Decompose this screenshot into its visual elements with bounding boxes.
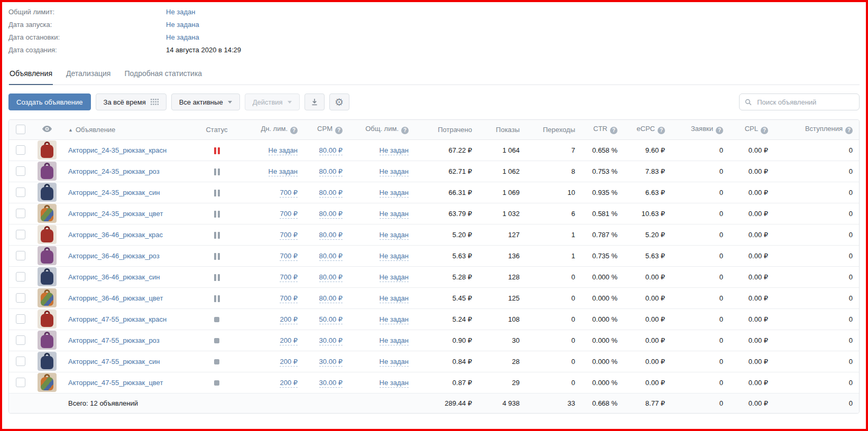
ad-name-link[interactable]: Акторрис_47-55_рюкзак_цвет xyxy=(68,379,163,387)
day-limit-value[interactable]: Не задан xyxy=(269,167,298,176)
period-filter-button[interactable]: За всё время xyxy=(96,93,167,110)
ad-name-link[interactable]: Акторрис_24-35_рюкзак_красн xyxy=(68,146,167,154)
total-limit-value[interactable]: Не задан xyxy=(380,315,409,324)
cpm-value[interactable]: 80.00 ₽ xyxy=(319,252,343,261)
help-icon[interactable]: ? xyxy=(761,127,768,134)
day-limit-value[interactable]: 700 ₽ xyxy=(280,189,298,198)
total-limit-value[interactable]: Не задан xyxy=(380,231,409,240)
total-limit-value[interactable]: Не задан xyxy=(380,167,409,176)
day-limit-value[interactable]: 700 ₽ xyxy=(280,273,298,282)
ad-name-link[interactable]: Акторрис_47-55_рюкзак_красн xyxy=(68,315,167,323)
cpm-value[interactable]: 80.00 ₽ xyxy=(319,189,343,198)
day-limit-value[interactable]: 700 ₽ xyxy=(280,210,298,219)
total-limit-value[interactable]: Не задан xyxy=(380,189,409,198)
ad-name-link[interactable]: Акторрис_24-35_рюкзак_роз xyxy=(68,167,160,175)
ad-name-link[interactable]: Акторрис_36-46_рюкзак_син xyxy=(68,273,160,281)
total-limit-value[interactable]: Не задан xyxy=(380,273,409,282)
ads-campaign-page: Общий лимит: Не задан Дата запуска: Не з… xyxy=(2,2,866,414)
help-icon[interactable]: ? xyxy=(290,127,298,134)
total-limit-value[interactable]: Не задан xyxy=(380,210,409,219)
tab[interactable]: Детализация xyxy=(66,64,111,85)
search-input[interactable] xyxy=(756,98,854,107)
row-checkbox[interactable] xyxy=(16,272,25,282)
column-header[interactable]: Статус xyxy=(196,120,238,139)
help-icon[interactable]: ? xyxy=(401,127,409,134)
row-checkbox[interactable] xyxy=(16,230,25,239)
help-icon[interactable]: ? xyxy=(610,127,617,134)
select-all-checkbox[interactable] xyxy=(16,125,25,134)
info-value[interactable]: Не задана xyxy=(166,21,199,29)
row-checkbox[interactable] xyxy=(16,378,25,387)
row-checkbox[interactable] xyxy=(16,166,25,176)
column-header[interactable]: Дн. лим.? xyxy=(238,120,304,139)
column-header[interactable]: Общ. лим.? xyxy=(349,120,415,139)
row-checkbox[interactable] xyxy=(16,188,25,197)
day-limit-value[interactable]: 200 ₽ xyxy=(280,379,298,388)
create-ad-button[interactable]: Создать объявление xyxy=(8,93,91,110)
help-icon[interactable]: ? xyxy=(335,127,343,134)
cpm-value[interactable]: 30.00 ₽ xyxy=(319,358,343,367)
day-limit-value[interactable]: 700 ₽ xyxy=(280,294,298,303)
ad-thumbnail-backpack xyxy=(38,162,57,181)
cpm-value[interactable]: 80.00 ₽ xyxy=(319,294,343,303)
actions-dropdown[interactable]: Действия xyxy=(245,93,300,110)
total-limit-value[interactable]: Не задан xyxy=(380,336,409,345)
cpm-value[interactable]: 80.00 ₽ xyxy=(319,210,343,219)
row-checkbox[interactable] xyxy=(16,145,25,155)
column-header[interactable]: Показы xyxy=(478,120,526,139)
cpm-value[interactable]: 80.00 ₽ xyxy=(319,273,343,282)
column-header[interactable]: Вступления? xyxy=(774,120,859,139)
day-limit-value[interactable]: Не задан xyxy=(269,146,298,155)
row-checkbox[interactable] xyxy=(16,314,25,324)
help-icon[interactable]: ? xyxy=(658,127,665,134)
tab[interactable]: Подробная статистика xyxy=(124,64,202,85)
ad-name-link[interactable]: Акторрис_36-46_рюкзак_цвет xyxy=(68,294,163,302)
column-header[interactable]: CPL? xyxy=(730,120,774,139)
ad-name-link[interactable]: Акторрис_36-46_рюкзак_крас xyxy=(68,231,163,239)
row-checkbox[interactable] xyxy=(16,209,25,218)
column-header[interactable]: CTR? xyxy=(581,120,624,139)
row-checkbox[interactable] xyxy=(16,251,25,260)
total-limit-value[interactable]: Не задан xyxy=(380,294,409,303)
day-limit-value[interactable]: 700 ₽ xyxy=(280,252,298,261)
row-checkbox[interactable] xyxy=(16,293,25,303)
row-checkbox[interactable] xyxy=(16,357,25,366)
column-header[interactable]: Заявки? xyxy=(671,120,730,139)
leads-cell: 0 xyxy=(671,372,730,393)
total-limit-value[interactable]: Не задан xyxy=(380,146,409,155)
ad-name-link[interactable]: Акторрис_47-55_рюкзак_роз xyxy=(68,336,160,344)
day-limit-value[interactable]: 700 ₽ xyxy=(280,231,298,240)
column-header[interactable]: ▲Объявление xyxy=(62,120,196,139)
status-filter-dropdown[interactable]: Все активные xyxy=(171,93,240,110)
day-limit-value[interactable]: 200 ₽ xyxy=(280,336,298,345)
cpm-value[interactable]: 30.00 ₽ xyxy=(319,379,343,388)
cpm-value[interactable]: 80.00 ₽ xyxy=(319,231,343,240)
spent-cell: 0.84 ₽ xyxy=(415,351,478,372)
ad-name-link[interactable]: Акторрис_36-46_рюкзак_роз xyxy=(68,252,160,260)
column-header[interactable]: Потрачено xyxy=(415,120,478,139)
cpm-value[interactable]: 50.00 ₽ xyxy=(319,315,343,324)
day-limit-value[interactable]: 200 ₽ xyxy=(280,315,298,324)
cpm-value[interactable]: 30.00 ₽ xyxy=(319,336,343,345)
total-limit-value[interactable]: Не задан xyxy=(380,252,409,261)
help-icon[interactable]: ? xyxy=(716,127,723,134)
total-limit-value[interactable]: Не задан xyxy=(380,358,409,367)
tab[interactable]: Объявления xyxy=(9,64,53,85)
cpm-value[interactable]: 80.00 ₽ xyxy=(319,146,343,155)
column-header[interactable]: Переходы xyxy=(526,120,581,139)
cpm-value[interactable]: 80.00 ₽ xyxy=(319,167,343,176)
export-button[interactable] xyxy=(304,93,325,110)
ad-name-link[interactable]: Акторрис_24-35_рюкзак_цвет xyxy=(68,210,163,218)
column-header[interactable]: CPM? xyxy=(304,120,349,139)
day-limit-value[interactable]: 200 ₽ xyxy=(280,358,298,367)
settings-button[interactable]: ⚙ xyxy=(329,93,349,110)
help-icon[interactable]: ? xyxy=(845,127,853,134)
ad-name-link[interactable]: Акторрис_47-55_рюкзак_син xyxy=(68,358,160,366)
total-limit-value[interactable]: Не задан xyxy=(380,379,409,388)
info-value[interactable]: Не задан xyxy=(166,8,195,16)
ad-name-link[interactable]: Акторрис_24-35_рюкзак_син xyxy=(68,189,160,196)
visibility-icon[interactable] xyxy=(42,126,52,132)
info-value[interactable]: Не задана xyxy=(166,33,199,41)
column-header[interactable]: eCPC? xyxy=(624,120,671,139)
row-checkbox[interactable] xyxy=(16,335,25,345)
